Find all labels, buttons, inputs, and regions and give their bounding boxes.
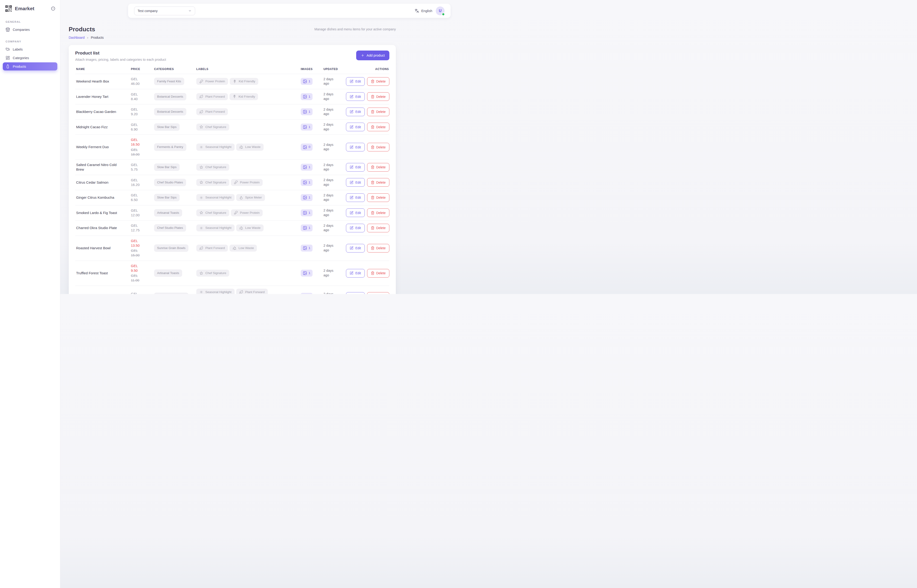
table-row: Weekly Ferment Duo GEL 16.50GEL 18.00 Fe… (75, 135, 389, 160)
sidebar-item-label: Companies (13, 28, 30, 32)
sidebar-item-products[interactable]: Products (3, 62, 57, 71)
edit-button[interactable]: Edit (346, 163, 365, 171)
product-price: GEL 14.50 (128, 286, 151, 294)
product-name: Ginger Citrus Kombucha (75, 190, 128, 205)
delete-button[interactable]: Delete (367, 178, 389, 187)
category-chip: Slow Bar Sips (154, 163, 180, 171)
product-name: Truffled Forest Toast (75, 261, 128, 286)
sun-icon (199, 290, 203, 294)
product-name: Lavender Honey Tart (75, 89, 128, 104)
delete-button[interactable]: Delete (367, 143, 389, 152)
delete-button[interactable]: Delete (367, 77, 389, 86)
label-text: Seasonal Highlight (205, 290, 232, 294)
category-chip: Botanical Desserts (154, 108, 186, 115)
trash-icon (371, 125, 374, 129)
images-count: 0 (309, 145, 311, 149)
images-count: 1 (309, 79, 311, 84)
image-icon (303, 211, 307, 215)
sidebar-item-categories[interactable]: Categories (3, 54, 57, 62)
trash-icon (371, 181, 374, 184)
edit-button[interactable]: Edit (346, 143, 365, 152)
table-row: Citrus Glow Bowl GEL 14.50 Sunrise Grain… (75, 286, 389, 294)
brand: Emarket (0, 0, 60, 14)
page-description: Manage dishes and menu items for your ac… (314, 27, 396, 39)
delete-button[interactable]: Delete (367, 108, 389, 116)
drumstick-icon (234, 180, 238, 184)
images-count-badge: 1 (301, 124, 313, 131)
label-chip: Power Protein (231, 209, 262, 216)
label-chip: Kid Friendly (230, 78, 258, 85)
label-chip: Plant Forward (196, 108, 228, 115)
breadcrumb-dashboard[interactable]: Dashboard (69, 36, 85, 39)
images-count-badge: 1 (301, 164, 313, 171)
edit-button[interactable]: Edit (346, 224, 365, 232)
category-chip: Sunrise Grain Bowls (154, 292, 188, 294)
sun-icon (199, 226, 203, 230)
edit-button[interactable]: Edit (346, 108, 365, 116)
delete-button[interactable]: Delete (367, 269, 389, 278)
product-images: 1 (298, 74, 321, 89)
edit-button[interactable]: Edit (346, 92, 365, 101)
language-switcher[interactable]: English (415, 8, 432, 13)
sidebar-collapse-icon[interactable] (51, 6, 55, 11)
delete-button[interactable]: Delete (367, 224, 389, 232)
edit-button[interactable]: Edit (346, 178, 365, 187)
images-count: 1 (309, 211, 311, 215)
images-count: 1 (309, 95, 311, 99)
product-name: Smoked Lardo & Fig Toast (75, 205, 128, 221)
discounted-price: GEL 13.50 (131, 239, 143, 248)
edit-button[interactable]: Edit (346, 123, 365, 131)
product-actions: Edit Delete (342, 236, 389, 261)
label-chip: Power Protein (231, 179, 262, 186)
add-product-button[interactable]: Add product (356, 50, 389, 60)
edit-button[interactable]: Edit (346, 269, 365, 278)
label-chip: Seasonal Highlight (196, 289, 235, 294)
label-text: Plant Forward (205, 95, 225, 99)
edit-icon (350, 145, 353, 149)
company-select[interactable]: Test company (134, 6, 195, 15)
sun-icon (199, 145, 203, 149)
star-icon (199, 180, 203, 184)
image-icon (303, 125, 307, 129)
product-name: Blackberry Cacao Garden (75, 104, 128, 120)
edit-button[interactable]: Edit (346, 292, 365, 294)
sidebar-nav: GENERALCompaniesCOMPANYLabelsCategoriesP… (0, 20, 60, 71)
category-chip: Family Feast Kits (154, 78, 184, 85)
edit-icon (350, 211, 353, 215)
product-categories: Slow Bar Sips (151, 160, 193, 175)
sidebar-item-labels[interactable]: Labels (3, 45, 57, 53)
product-name: Roasted Harvest Bowl (75, 236, 128, 261)
delete-button[interactable]: Delete (367, 92, 389, 101)
images-count: 1 (309, 246, 311, 250)
images-count: 1 (309, 180, 311, 184)
product-categories: Sunrise Grain Bowls (151, 286, 193, 294)
edit-button[interactable]: Edit (346, 77, 365, 86)
delete-button[interactable]: Delete (367, 244, 389, 252)
col-labels: LABELS (193, 64, 298, 74)
delete-button[interactable]: Delete (367, 193, 389, 202)
images-count: 1 (309, 271, 311, 275)
product-price: GEL 9.20 (128, 104, 151, 120)
col-updated: UPDATED (321, 64, 342, 74)
edit-icon (350, 271, 353, 275)
delete-button[interactable]: Delete (367, 163, 389, 171)
edit-button[interactable]: Edit (346, 208, 365, 217)
edit-button[interactable]: Edit (346, 244, 365, 252)
product-labels: Seasonal HighlightLow Waste (193, 135, 298, 160)
sidebar-item-label: Labels (13, 47, 23, 51)
sidebar-item-companies[interactable]: Companies (3, 26, 57, 34)
delete-button[interactable]: Delete (367, 123, 389, 131)
edit-button[interactable]: Edit (346, 193, 365, 202)
image-icon (303, 95, 307, 99)
product-price: GEL 46.00 (128, 74, 151, 89)
avatar[interactable]: U (436, 6, 445, 15)
label-text: Low Waste (238, 246, 254, 250)
avatar-initial: U (439, 9, 442, 13)
edit-icon (350, 95, 353, 99)
old-price: GEL 15.00 (131, 248, 143, 258)
trash-icon (371, 145, 374, 149)
trash-icon (371, 246, 374, 250)
delete-button[interactable]: Delete (367, 292, 389, 294)
delete-button[interactable]: Delete (367, 208, 389, 217)
bottle-icon (6, 64, 10, 69)
